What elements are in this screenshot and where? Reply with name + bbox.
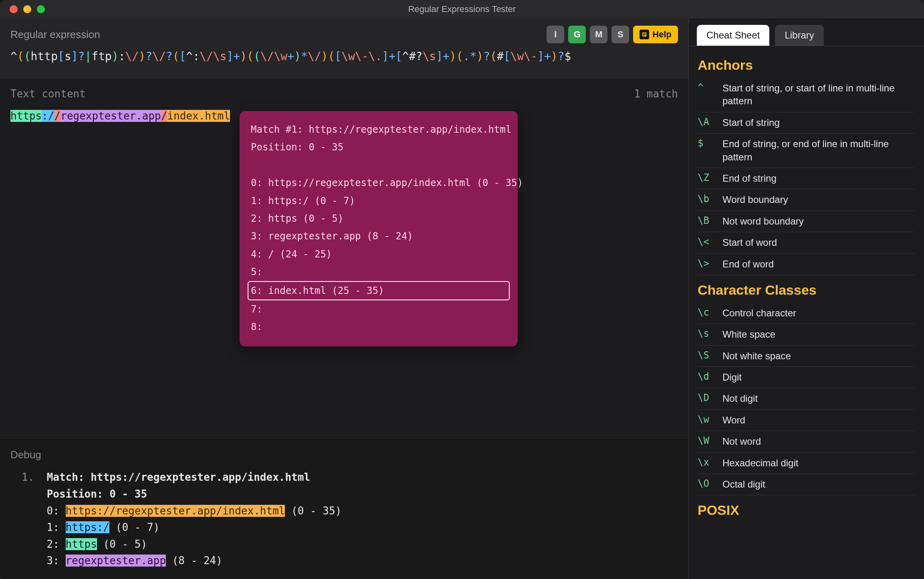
flag-m-button[interactable]: M: [590, 26, 607, 43]
match-popup: Match #1: https://regexptester.app/index…: [240, 111, 518, 346]
tab-cheat-sheet[interactable]: Cheat Sheet: [697, 25, 769, 46]
flag-i-button[interactable]: I: [547, 26, 564, 43]
cheat-symbol: \W: [698, 435, 714, 446]
cheat-row[interactable]: \SNot white space: [698, 346, 915, 367]
cheat-row[interactable]: \ZEnd of string: [698, 168, 915, 189]
cheat-row[interactable]: $End of string, or end of line in multi-…: [698, 134, 915, 168]
side-panel: Cheat Sheet Library Anchors^Start of str…: [688, 18, 924, 579]
cheat-symbol: \D: [698, 392, 714, 403]
help-button[interactable]: Help: [633, 26, 678, 43]
regex-input[interactable]: ^((http[s]?|ftp):\/)?\/?([^:\/\s]+)((\/\…: [10, 50, 678, 63]
cheat-row[interactable]: \sWhite space: [698, 324, 915, 345]
cheat-row[interactable]: \xHexadecimal digit: [698, 453, 915, 474]
cheat-description: End of string, or end of line in multi-l…: [722, 138, 915, 164]
svg-rect-2: [643, 34, 646, 34]
cheat-section-title: Character Classes: [698, 282, 915, 298]
cheat-description: White space: [722, 328, 775, 341]
cheat-symbol: \S: [698, 350, 714, 361]
cheat-description: Hexadecimal digit: [722, 457, 798, 470]
debug-line: 1. Match: https://regexptester.app/index…: [22, 469, 678, 486]
regex-label: Regular expression: [10, 28, 543, 41]
cheat-row[interactable]: ^Start of string, or start of line in mu…: [698, 78, 915, 112]
cheat-symbol: \w: [698, 414, 714, 425]
cheat-description: Word boundary: [722, 193, 788, 206]
match-segment[interactable]: regexptester.app: [61, 110, 161, 122]
debug-line: 1: https:/ (0 - 7): [22, 519, 678, 536]
tab-library[interactable]: Library: [775, 25, 823, 46]
cheat-row[interactable]: \BNot word boundary: [698, 211, 915, 232]
match-count: 1 match: [634, 88, 678, 100]
popup-group[interactable]: 4: / (24 - 25): [251, 245, 506, 263]
svg-rect-1: [643, 33, 646, 34]
cheat-symbol: \x: [698, 457, 714, 468]
cheat-row[interactable]: \WNot word: [698, 431, 915, 452]
cheat-sheet[interactable]: Anchors^Start of string, or start of lin…: [689, 46, 924, 579]
match-segment[interactable]: /: [161, 110, 167, 122]
window-title: Regular Expressions Tester: [0, 4, 924, 14]
popup-group[interactable]: 5:: [251, 263, 506, 281]
match-segment[interactable]: index.html: [167, 110, 230, 122]
debug-line: 3: regexptester.app (8 - 24): [22, 553, 678, 569]
cheat-row[interactable]: \>End of word: [698, 254, 915, 275]
cheat-symbol: \d: [698, 371, 714, 382]
popup-group[interactable]: 2: https (0 - 5): [251, 210, 506, 227]
flag-g-button[interactable]: G: [568, 26, 586, 43]
text-section: Text content 1 match https://regexpteste…: [0, 79, 688, 439]
cheat-description: Not word boundary: [722, 215, 804, 228]
match-segment[interactable]: https: [10, 110, 42, 122]
popup-group[interactable]: 0: https://regexptester.app/index.html (…: [251, 174, 506, 192]
cheat-section-title: Anchors: [698, 57, 915, 73]
cheat-description: Not white space: [722, 350, 791, 362]
cheat-symbol: \>: [698, 258, 714, 269]
popup-group-selected[interactable]: 6: index.html (25 - 35): [248, 281, 510, 300]
cheat-description: Control character: [722, 307, 796, 320]
cheat-row[interactable]: \cControl character: [698, 303, 915, 324]
cheat-symbol: \c: [698, 307, 714, 318]
cheat-description: Not digit: [722, 392, 758, 405]
match-segment[interactable]: :/: [42, 110, 54, 122]
cheat-description: Octal digit: [722, 478, 765, 491]
popup-group[interactable]: 3: regexptester.app (8 - 24): [251, 227, 506, 245]
cheat-symbol: ^: [698, 82, 714, 93]
debug-line: 2: https (0 - 5): [22, 536, 678, 553]
cheat-symbol: \O: [698, 478, 714, 489]
cheat-row[interactable]: \AStart of string: [698, 112, 915, 134]
cheat-symbol: \Z: [698, 172, 714, 183]
app-window: Regular Expressions Tester Regular expre…: [0, 0, 924, 579]
cheat-description: End of word: [722, 258, 774, 271]
regex-section: Regular expression I G M S Help ^((http[…: [0, 18, 688, 79]
cheat-row[interactable]: \bWord boundary: [698, 189, 915, 211]
cheat-symbol: \B: [698, 215, 714, 226]
popup-group[interactable]: 1: https:/ (0 - 7): [251, 192, 506, 210]
cheat-description: Word: [722, 414, 745, 427]
cheat-row[interactable]: \dDigit: [698, 367, 915, 388]
help-label: Help: [652, 29, 672, 40]
cheat-section-title: POSIX: [698, 502, 915, 518]
cheat-symbol: $: [698, 138, 714, 149]
cheat-row[interactable]: \<Start of word: [698, 232, 915, 253]
debug-label: Debug: [10, 449, 678, 461]
book-icon: [640, 30, 649, 39]
popup-match-header: Match #1: https://regexptester.app/index…: [251, 121, 506, 138]
cheat-description: Start of string, or start of line in mul…: [722, 82, 915, 108]
main-pane: Regular expression I G M S Help ^((http[…: [0, 18, 688, 579]
titlebar: Regular Expressions Tester: [0, 0, 924, 18]
cheat-symbol: \b: [698, 193, 714, 204]
flag-s-button[interactable]: S: [611, 26, 629, 43]
match-segment[interactable]: /: [54, 110, 61, 122]
svg-rect-3: [643, 35, 645, 36]
side-tabs: Cheat Sheet Library: [689, 18, 924, 46]
popup-position: Position: 0 - 35: [251, 138, 506, 156]
cheat-description: End of string: [722, 172, 777, 185]
cheat-row[interactable]: \OOctal digit: [698, 474, 915, 495]
cheat-symbol: \s: [698, 328, 714, 339]
cheat-description: Start of word: [722, 236, 777, 249]
popup-group[interactable]: 7:: [251, 300, 506, 318]
cheat-description: Digit: [722, 371, 742, 384]
cheat-description: Not word: [722, 435, 761, 448]
cheat-row[interactable]: \DNot digit: [698, 388, 915, 409]
debug-section: Debug 1. Match: https://regexptester.app…: [0, 439, 688, 579]
cheat-row[interactable]: \wWord: [698, 410, 915, 431]
popup-group[interactable]: 8:: [251, 318, 506, 336]
debug-line: Position: 0 - 35: [22, 486, 678, 503]
